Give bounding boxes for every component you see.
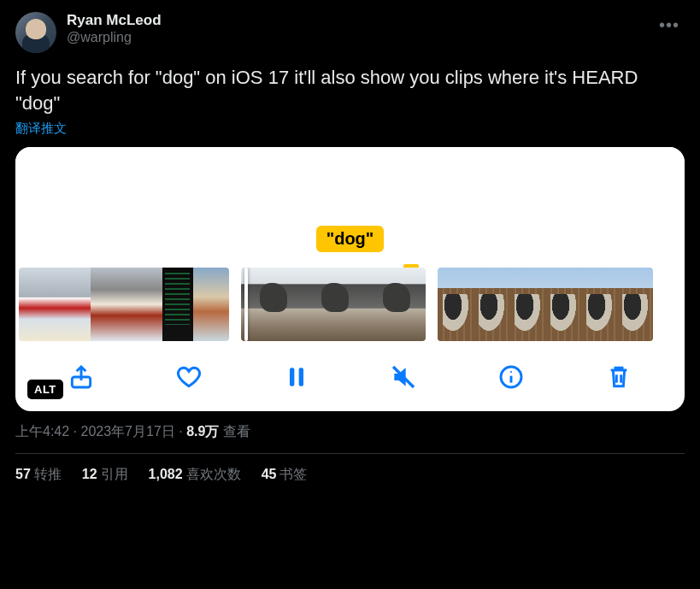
display-name: Ryan McLeod: [67, 12, 644, 29]
thumbnail: [303, 268, 364, 341]
likes-count: 1,082: [149, 467, 183, 481]
thumbnail: [545, 268, 581, 341]
thumbnail: [509, 268, 545, 341]
stat-quotes[interactable]: 12引用: [82, 466, 128, 484]
stat-bookmarks[interactable]: 45书签: [262, 466, 308, 484]
stat-retweets[interactable]: 57转推: [15, 466, 62, 484]
thumbnail: [241, 268, 303, 341]
bookmarks-label: 书签: [279, 467, 307, 481]
thumbnail: [617, 268, 653, 341]
thumbnail: [126, 268, 162, 341]
tweet-text: If you search for "dog" on iOS 17 it'll …: [15, 65, 685, 115]
clip-group-3[interactable]: [438, 268, 653, 341]
views-label: 查看: [223, 424, 250, 439]
retweets-label: 转推: [34, 467, 62, 481]
avatar[interactable]: [15, 12, 56, 53]
thumbnail: [474, 268, 509, 341]
thumbnail: [438, 268, 474, 341]
alt-badge[interactable]: ALT: [27, 380, 63, 399]
thumbnail: [55, 268, 91, 341]
media-toolbar: [15, 346, 685, 411]
thumbnail: [91, 268, 126, 341]
mute-icon[interactable]: [388, 362, 419, 392]
translate-link[interactable]: 翻译推文: [15, 121, 67, 137]
thumbnail: [19, 268, 55, 341]
likes-label: 喜欢次数: [186, 467, 241, 481]
quotes-count: 12: [82, 467, 97, 481]
clip-group-2[interactable]: [241, 268, 426, 341]
media-card[interactable]: "dog": [15, 147, 685, 411]
stat-likes[interactable]: 1,082喜欢次数: [149, 466, 241, 484]
heart-icon[interactable]: [174, 362, 204, 392]
tweet-header: Ryan McLeod @warpling •••: [15, 12, 685, 53]
views-count: 8.9万: [186, 424, 219, 439]
svg-point-6: [510, 371, 512, 373]
filmstrip[interactable]: [15, 261, 685, 346]
meta-line[interactable]: 上午4:42 · 2023年7月17日 · 8.9万 查看: [15, 423, 685, 441]
svg-rect-2: [298, 368, 303, 386]
post-time: 上午4:42: [15, 424, 69, 439]
bookmarks-count: 45: [262, 467, 277, 481]
post-date: 2023年7月17日: [80, 424, 174, 439]
author-names[interactable]: Ryan McLeod @warpling: [67, 12, 644, 47]
trash-icon[interactable]: [603, 362, 634, 392]
quotes-label: 引用: [101, 467, 128, 481]
thumbnail: [162, 268, 193, 341]
handle: @warpling: [67, 29, 644, 47]
thumbnail: [581, 268, 617, 341]
info-icon[interactable]: [496, 362, 526, 392]
more-icon[interactable]: •••: [654, 12, 685, 38]
share-icon[interactable]: [66, 362, 97, 392]
pause-icon[interactable]: [281, 362, 312, 392]
tweet-container: Ryan McLeod @warpling ••• If you search …: [0, 0, 700, 496]
caption-wrap: "dog": [15, 226, 685, 261]
thumbnail: [193, 268, 229, 341]
clip-group-1[interactable]: [19, 268, 229, 341]
playhead-icon[interactable]: [244, 268, 248, 341]
retweets-count: 57: [15, 467, 31, 481]
caption-label: "dog": [316, 226, 385, 252]
media-whitespace: [15, 147, 685, 226]
thumbnail: [364, 268, 426, 341]
svg-rect-1: [290, 368, 294, 386]
stats-row: 57转推 12引用 1,082喜欢次数 45书签: [15, 454, 685, 484]
